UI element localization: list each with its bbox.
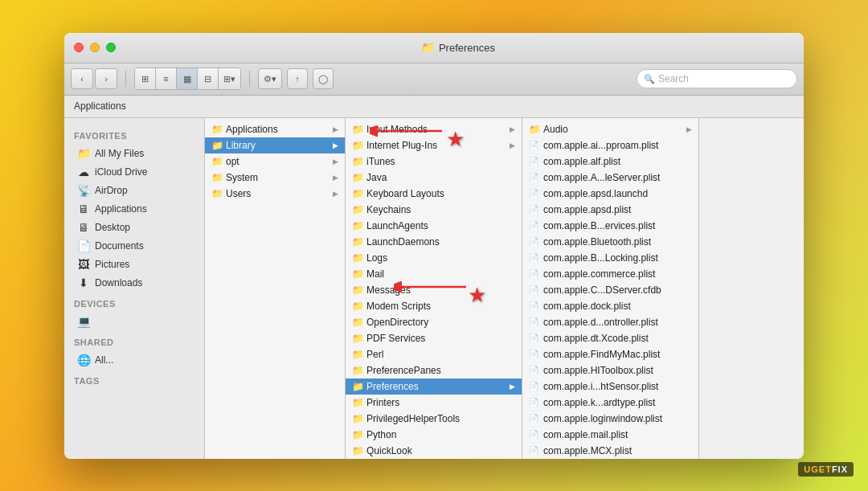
watermark-prefix: UGET bbox=[804, 464, 832, 474]
col3-file-12[interactable]: 📄 com.apple.d...ontroller.plist bbox=[522, 314, 698, 330]
col2-input-methods[interactable]: 📁 Input Methods ▶ bbox=[346, 121, 522, 137]
toolbar-separator-2 bbox=[249, 71, 250, 87]
plist-icon: 📄 bbox=[529, 317, 540, 326]
col3-file-6[interactable]: 📄 com.apple.B...ervices.plist bbox=[522, 218, 698, 234]
col2-printers[interactable]: 📁 Printers bbox=[346, 395, 522, 411]
col3-file-16[interactable]: 📄 com.apple.i...htSensor.plist bbox=[522, 378, 698, 395]
sidebar-item-pictures[interactable]: 🖼 Pictures bbox=[68, 256, 201, 273]
col1-opt[interactable]: 📁 opt ▶ bbox=[205, 153, 345, 170]
tag-button[interactable]: ◯ bbox=[313, 68, 334, 89]
maximize-button[interactable] bbox=[106, 43, 116, 52]
search-placeholder: Search bbox=[658, 73, 689, 84]
col1-system[interactable]: 📁 System ▶ bbox=[205, 170, 345, 186]
window-title-text: Preferences bbox=[439, 42, 495, 54]
col2-itunes[interactable]: 📁 iTunes bbox=[346, 153, 522, 170]
plist-icon: 📄 bbox=[529, 350, 540, 358]
sidebar-item-device[interactable]: 💻 bbox=[68, 313, 201, 330]
sidebar-item-all-shared[interactable]: 🌐 All... bbox=[68, 351, 201, 369]
col3-file-4[interactable]: 📄 com.apple.apsd.launchd bbox=[522, 186, 698, 202]
col3-file-13[interactable]: 📄 com.apple.dt.Xcode.plist bbox=[522, 330, 698, 346]
nav-buttons: ‹ › bbox=[71, 68, 117, 89]
col3-file-15[interactable]: 📄 com.apple.HIToolbox.plist bbox=[522, 362, 698, 378]
column-3: 📁 Audio ▶ 📄 com.apple.ai...pproam.plist … bbox=[522, 118, 699, 459]
sidebar-tags-label: Tags bbox=[64, 370, 204, 389]
col2-keyboard-layouts[interactable]: 📁 Keyboard Layouts bbox=[346, 186, 522, 202]
col3-file-5[interactable]: 📄 com.apple.apsd.plist bbox=[522, 202, 698, 218]
col2-launch-agents[interactable]: 📁 LaunchAgents bbox=[346, 218, 522, 234]
view-cover-button[interactable]: ⊟ bbox=[198, 68, 219, 89]
search-input[interactable]: 🔍 Search bbox=[637, 69, 797, 88]
gear-button[interactable]: ⚙▾ bbox=[258, 68, 282, 89]
col2-perl[interactable]: 📁 Perl bbox=[346, 346, 522, 362]
col2-open-directory[interactable]: 📁 OpenDirectory bbox=[346, 314, 522, 330]
plist-icon: 📄 bbox=[529, 285, 540, 294]
folder-icon: 📁 bbox=[352, 188, 363, 199]
col3-file-7[interactable]: 📄 com.apple.Bluetooth.plist bbox=[522, 234, 698, 250]
col2-java[interactable]: 📁 Java bbox=[346, 170, 522, 186]
col3-file-17[interactable]: 📄 com.apple.k...ardtype.plist bbox=[522, 395, 698, 411]
col2-keychains[interactable]: 📁 Keychains bbox=[346, 202, 522, 218]
sidebar-item-airdrop[interactable]: 📡 AirDrop bbox=[68, 182, 201, 199]
col2-privileged-helper[interactable]: 📁 PrivilegedHelperTools bbox=[346, 411, 522, 427]
col3-file-20[interactable]: 📄 com.apple.MCX.plist bbox=[522, 443, 698, 459]
plist-icon: 📄 bbox=[529, 141, 540, 149]
col2-pdf-services[interactable]: 📁 PDF Services bbox=[346, 330, 522, 346]
minimize-button[interactable] bbox=[90, 43, 100, 52]
sidebar-item-label: Applications bbox=[95, 203, 147, 215]
col3-file-2[interactable]: 📄 com.apple.alf.plist bbox=[522, 153, 698, 170]
view-column-button[interactable]: ▦ bbox=[177, 68, 198, 89]
watermark: UGETFIX bbox=[798, 462, 854, 477]
sidebar-item-label: Desktop bbox=[95, 222, 130, 233]
col2-launch-daemons[interactable]: 📁 LaunchDaemons bbox=[346, 234, 522, 250]
all-my-files-icon: 📁 bbox=[77, 147, 90, 160]
col1-users[interactable]: 📁 Users ▶ bbox=[205, 186, 345, 202]
sidebar-item-label: Documents bbox=[95, 240, 144, 252]
sidebar-item-desktop[interactable]: 🖥 Desktop bbox=[68, 219, 201, 236]
col2-mail[interactable]: 📁 Mail bbox=[346, 266, 522, 282]
col3-file-11[interactable]: 📄 com.apple.dock.plist bbox=[522, 298, 698, 314]
col2-preferences[interactable]: 📁 Preferences ▶ bbox=[346, 378, 522, 395]
col3-file-19[interactable]: 📄 com.apple.mail.plist bbox=[522, 427, 698, 443]
col3-file-3[interactable]: 📄 com.apple.A...leServer.plist bbox=[522, 170, 698, 186]
sidebar-item-downloads[interactable]: ⬇ Downloads bbox=[68, 274, 201, 292]
chevron-right-icon: ▶ bbox=[510, 383, 515, 391]
sidebar-item-all-my-files[interactable]: 📁 All My Files bbox=[68, 145, 201, 162]
col2-quicklook[interactable]: 📁 QuickLook bbox=[346, 443, 522, 459]
chevron-right-icon: ▶ bbox=[333, 125, 338, 133]
back-button[interactable]: ‹ bbox=[71, 68, 93, 89]
col2-messages[interactable]: 📁 Messages bbox=[346, 282, 522, 298]
view-icon-button[interactable]: ⊞ bbox=[135, 68, 156, 89]
col2-modem-scripts[interactable]: 📁 Modem Scripts bbox=[346, 298, 522, 314]
view-list-button[interactable]: ≡ bbox=[156, 68, 177, 89]
folder-icon: 📁 bbox=[352, 140, 363, 151]
col2-logs[interactable]: 📁 Logs bbox=[346, 250, 522, 266]
col2-internet-plugins[interactable]: 📁 Internet Plug-Ins ▶ bbox=[346, 137, 522, 153]
col3-file-18[interactable]: 📄 com.apple.loginwindow.plist bbox=[522, 411, 698, 427]
sidebar-item-documents[interactable]: 📄 Documents bbox=[68, 237, 201, 255]
folder-icon: 📁 bbox=[211, 140, 223, 151]
forward-button[interactable]: › bbox=[95, 68, 117, 89]
search-icon: 🔍 bbox=[644, 74, 655, 84]
folder-icon: 📁 bbox=[211, 188, 223, 199]
view-dropdown-button[interactable]: ⊞▾ bbox=[219, 68, 240, 89]
sidebar-item-icloud[interactable]: ☁ iCloud Drive bbox=[68, 163, 201, 181]
col3-audio[interactable]: 📁 Audio ▶ bbox=[522, 121, 698, 137]
col3-file-1[interactable]: 📄 com.apple.ai...pproam.plist bbox=[522, 137, 698, 153]
col3-file-9[interactable]: 📄 com.apple.commerce.plist bbox=[522, 266, 698, 282]
share-button[interactable]: ↑ bbox=[287, 68, 308, 89]
folder-icon: 📁 bbox=[352, 204, 363, 215]
folder-icon: 📁 bbox=[529, 124, 540, 135]
close-button[interactable] bbox=[74, 43, 84, 52]
folder-icon: 📁 bbox=[352, 220, 363, 231]
col2-preference-panes[interactable]: 📁 PreferencePanes bbox=[346, 362, 522, 378]
col1-applications[interactable]: 📁 Applications ▶ bbox=[205, 121, 345, 137]
downloads-icon: ⬇ bbox=[77, 276, 90, 289]
col1-library[interactable]: 📁 Library ▶ bbox=[205, 137, 345, 153]
breadcrumb-item[interactable]: Applications bbox=[74, 100, 126, 112]
col3-file-14[interactable]: 📄 com.apple.FindMyMac.plist bbox=[522, 346, 698, 362]
col3-file-10[interactable]: 📄 com.apple.C...DServer.cfdb bbox=[522, 282, 698, 298]
folder-icon: 📁 bbox=[352, 429, 363, 440]
col2-python[interactable]: 📁 Python bbox=[346, 427, 522, 443]
col3-file-8[interactable]: 📄 com.apple.B...Locking.plist bbox=[522, 250, 698, 266]
sidebar-item-applications[interactable]: 🖥 Applications bbox=[68, 200, 201, 218]
